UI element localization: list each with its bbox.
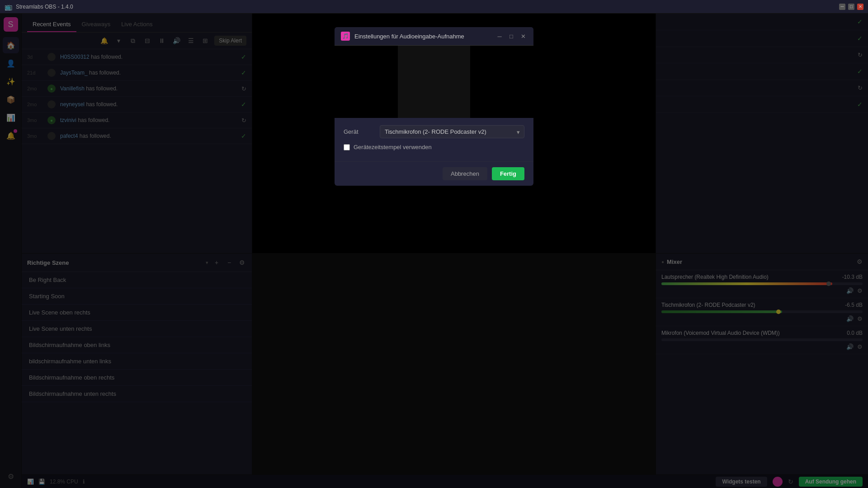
mixer-channel-db: -10.3 dB	[842, 274, 863, 280]
mixer-track	[661, 282, 863, 285]
go-live-button[interactable]: Auf Sendung gehen	[799, 477, 863, 487]
cancel-button[interactable]: Abbrechen	[443, 167, 487, 180]
dialog-titlebar: 🎵 Einstellungen für Audioeingabe-Aufnahm…	[335, 27, 533, 46]
sidebar-item-stats[interactable]: 📊	[3, 109, 19, 126]
list-icon[interactable]: ☰	[185, 35, 196, 46]
dialog-controls: ─ □ ✕	[495, 32, 527, 40]
mixer-settings-icon[interactable]: ⚙	[857, 315, 863, 322]
footer-right: Widgets testen ↻ Auf Sendung gehen	[716, 477, 863, 487]
device-select[interactable]: Tischmikrofon (2- RODE Podcaster v2)	[380, 125, 524, 138]
funnel-icon[interactable]: ⊟	[142, 35, 153, 46]
minimize-button[interactable]: ─	[839, 4, 845, 10]
maximize-button[interactable]: □	[848, 4, 854, 10]
event-time: 2mo	[27, 86, 43, 91]
hdd-icon: 💾	[38, 479, 45, 485]
scene-item[interactable]: Bildschirmaufnahme oben rechts	[22, 370, 252, 386]
mixer-gear-icon[interactable]: ⚙	[857, 258, 863, 265]
dialog-minimize-button[interactable]: ─	[495, 32, 504, 40]
event-user-link[interactable]: neyneysel	[60, 101, 85, 108]
volume-icon[interactable]: 🔊	[171, 35, 182, 46]
device-row: Gerät Tischmikrofon (2- RODE Podcaster v…	[344, 125, 524, 138]
event-user-link[interactable]: pafect4	[60, 133, 78, 139]
right-event-item: ✓	[656, 14, 868, 30]
event-type-icon-online: ●	[47, 116, 56, 124]
scene-remove-button[interactable]: −	[225, 258, 234, 267]
mixer-channel-name: Tischmikrofon (2- RODE Podcaster v2)	[661, 302, 755, 308]
scene-item[interactable]: Bildschirmaufnahme oben links	[22, 337, 252, 353]
tab-live-actions[interactable]: Live Actions	[116, 17, 158, 32]
sidebar-item-home[interactable]: 🏠	[3, 37, 19, 53]
scene-item[interactable]: Bildschirmaufnahme unten rechts	[22, 386, 252, 402]
refresh-icon[interactable]: ↻	[788, 478, 793, 485]
filter-icon[interactable]: 🔔	[99, 35, 109, 46]
scene-item[interactable]: Be Right Back	[22, 272, 252, 288]
sidebar-item-alerts[interactable]: 🔔	[3, 127, 19, 144]
mixer-volume-icon[interactable]: 🔊	[846, 287, 854, 294]
chevron-icon[interactable]: ▾	[113, 35, 124, 46]
mixer-panel: ● Mixer ⚙ Lautsprecher (Realtek High Def…	[656, 253, 868, 474]
device-select-wrapper: Tischmikrofon (2- RODE Podcaster v2)	[380, 125, 524, 138]
tab-recent-events[interactable]: Recent Events	[27, 17, 76, 32]
dialog-maximize-button[interactable]: □	[507, 32, 515, 40]
event-user-link[interactable]: tzvinivi	[60, 117, 76, 123]
close-button[interactable]: ✕	[857, 4, 863, 10]
tab-giveaways[interactable]: Giveaways	[76, 17, 116, 32]
event-text: neyneysel has followed.	[60, 101, 236, 108]
event-refresh-icon: ↻	[858, 52, 863, 58]
mixer-channel-top: Mikrofon (Voicemod Virtual Audio Device …	[661, 330, 863, 336]
event-user-link[interactable]: Vanillefish	[60, 85, 85, 92]
event-status-check: ✓	[241, 101, 246, 108]
mixer-fill	[661, 310, 782, 313]
timestamp-checkbox[interactable]	[344, 144, 350, 150]
widgets-button[interactable]: Widgets testen	[716, 477, 767, 487]
scene-item[interactable]: Live Scene oben rechts	[22, 305, 252, 321]
scene-item[interactable]: Starting Soon	[22, 288, 252, 305]
event-status-check: ✓	[241, 69, 246, 76]
scene-item[interactable]: Live Scene unten rechts	[22, 321, 252, 337]
mixer-volume-icon[interactable]: 🔊	[846, 343, 854, 350]
dialog-close-button[interactable]: ✕	[519, 32, 527, 40]
events-tabs: Recent Events Giveaways Live Actions	[22, 17, 252, 33]
sidebar-item-store[interactable]: 📦	[3, 91, 19, 108]
mixer-channel-name: Lautsprecher (Realtek High Definition Au…	[661, 274, 769, 280]
event-text: H0SS00312 has followed.	[60, 54, 236, 60]
mixer-track	[661, 310, 863, 313]
title-bar-controls[interactable]: ─ □ ✕	[839, 4, 863, 10]
mixer-settings-icon[interactable]: ⚙	[857, 343, 863, 350]
mixer-channel-name: Mikrofon (Voicemod Virtual Audio Device …	[661, 330, 780, 336]
event-user-link[interactable]: JaysTeam_	[60, 70, 88, 76]
scene-item[interactable]: bildschirmaufnahme unten links	[22, 353, 252, 370]
dialog-form: Gerät Tischmikrofon (2- RODE Podcaster v…	[335, 118, 533, 158]
skip-alert-button[interactable]: Skip Alert	[214, 36, 246, 46]
mixer-level-dot[interactable]	[826, 282, 831, 286]
device-label: Gerät	[344, 128, 380, 135]
done-button[interactable]: Fertig	[492, 167, 524, 180]
sidebar-item-profile[interactable]: 👤	[3, 55, 19, 71]
event-user-link[interactable]: H0SS00312	[60, 54, 90, 60]
app-title: Streamlabs OBS - 1.4.0	[16, 4, 73, 10]
info-icon[interactable]: ℹ	[83, 479, 85, 485]
pause-icon[interactable]: ⏸	[156, 35, 167, 46]
event-text: pafect4 has followed.	[60, 133, 236, 139]
cpu-label: 12.8% CPU	[50, 479, 78, 485]
mixer-volume-icon[interactable]: 🔊	[846, 315, 854, 322]
audio-settings-dialog: 🎵 Einstellungen für Audioeingabe-Aufnahm…	[335, 27, 533, 186]
sidebar-logo: S	[4, 17, 18, 32]
scene-add-button[interactable]: +	[212, 258, 221, 267]
copy-icon[interactable]: ⧉	[127, 35, 138, 46]
scene-settings-button[interactable]: ⚙	[237, 258, 246, 267]
mixer-channel-top: Lautsprecher (Realtek High Definition Au…	[661, 274, 863, 280]
sidebar-item-effects[interactable]: ✨	[3, 73, 19, 89]
user-avatar	[773, 477, 783, 487]
device-value: Tischmikrofon (2- RODE Podcaster v2)	[385, 128, 486, 135]
mixer-dot-indicator: ●	[661, 259, 664, 264]
right-event-item: ✓	[656, 30, 868, 47]
event-item: 2mo neyneysel has followed. ✓	[22, 97, 252, 113]
sidebar-item-settings[interactable]: ⚙	[3, 468, 19, 484]
mixer-settings-icon[interactable]: ⚙	[857, 287, 863, 294]
select-wrapper: Tischmikrofon (2- RODE Podcaster v2)	[380, 125, 524, 138]
timestamp-label: Gerätezeitstempel verwenden	[354, 144, 432, 150]
mixer-title: Mixer	[667, 258, 857, 265]
grid-icon[interactable]: ⊞	[200, 35, 211, 46]
mixer-level-dot[interactable]	[776, 310, 781, 314]
